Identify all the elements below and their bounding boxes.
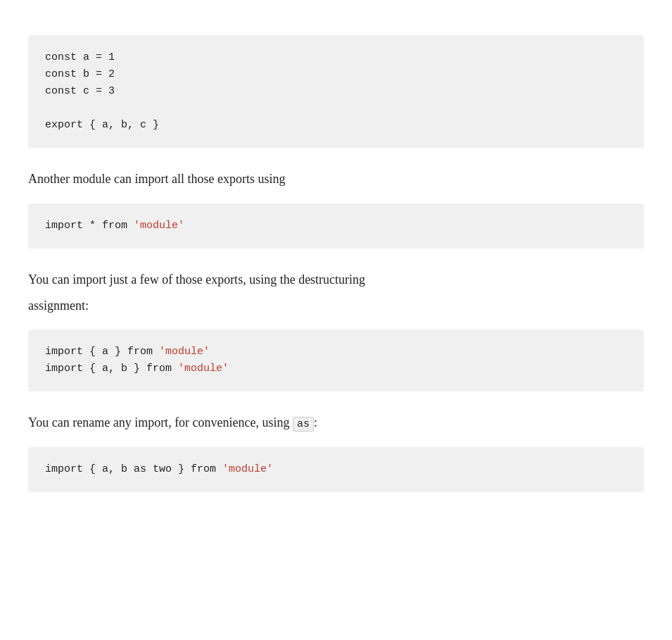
prose-3-before: You can rename any import, for convenien… [28,415,293,429]
code-line: export { a, b, c } [45,117,627,134]
prose-1-text: Another module can import all those expo… [28,169,644,189]
prose-2: You can import just a few of those expor… [28,270,644,316]
prose-1: Another module can import all those expo… [28,169,644,189]
code-line-blank [45,100,627,117]
prose-2-line1: You can import just a few of those expor… [28,270,644,290]
prose-3-inline-code: as [293,417,314,432]
prose-3-after: : [314,415,317,429]
code-line: const b = 2 [45,66,627,83]
code-block-3: import { a } from 'module' import { a, b… [28,330,644,391]
code-line: import { a, b as two } from 'module' [45,461,627,478]
code-line: import { a } from 'module' [45,344,627,360]
code-line: const a = 1 [45,49,627,66]
prose-2-line2: assignment: [28,296,644,316]
code-line: import * from 'module' [45,218,627,234]
prose-3: You can rename any import, for convenien… [28,413,644,433]
prose-3-text: You can rename any import, for convenien… [28,413,644,433]
code-block-1: const a = 1 const b = 2 const c = 3 expo… [28,35,644,148]
code-block-2: import * from 'module' [28,203,644,249]
code-line: const c = 3 [45,83,627,100]
code-line: import { a, b } from 'module' [45,360,627,377]
code-block-4: import { a, b as two } from 'module' [28,447,644,492]
